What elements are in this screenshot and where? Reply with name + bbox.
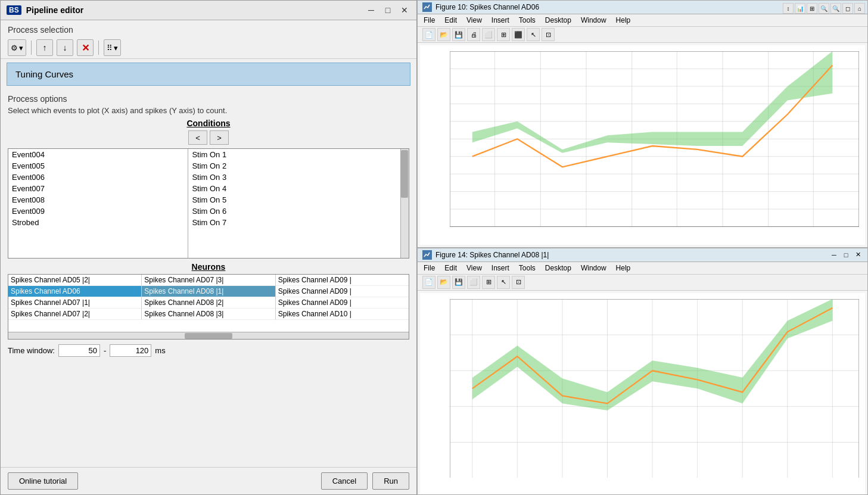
stim-list-item[interactable]: Stim On 3 — [188, 172, 400, 183]
gear-dropdown-button[interactable]: ⚙ ▾ — [8, 39, 26, 56]
event-list-item[interactable]: Event009 — [8, 206, 188, 217]
fig1-extra-btn5[interactable]: 🔍 — [830, 3, 841, 14]
figure-2-chart-svg: 0 20 40 60 80 100 Stim On 1 Stim On 2 St… — [450, 299, 859, 478]
fig2-print-btn[interactable]: ⬜ — [467, 276, 480, 289]
fig1-menu-insert[interactable]: Insert — [490, 15, 511, 25]
neuron-cell[interactable]: Spikes Channel AD08 |2| — [142, 297, 275, 309]
neuron-cell[interactable]: Spikes Channel AD09 | — [276, 297, 409, 309]
conditions-prev-button[interactable]: < — [188, 130, 207, 145]
process-description: Select which events to plot (X axis) and… — [1, 105, 416, 119]
neuron-cell[interactable]: Spikes Channel AD08 |3| — [142, 309, 275, 320]
gear-icon: ⚙ — [11, 43, 18, 52]
event-list-item[interactable]: Event007 — [8, 183, 188, 194]
fig1-menu-file[interactable]: File — [422, 15, 436, 25]
figure-2-icon — [422, 250, 432, 260]
delete-button[interactable]: ✕ — [77, 39, 94, 56]
fig2-menu-help[interactable]: Help — [615, 263, 632, 273]
fig1-extra-btn1[interactable]: ↕ — [783, 3, 794, 14]
fig1-extra-btn4[interactable]: 🔍 — [819, 3, 829, 14]
online-tutorial-button[interactable]: Online tutorial — [8, 472, 78, 490]
fig2-menu-window[interactable]: Window — [580, 263, 608, 273]
fig1-extra-btn6[interactable]: ◻ — [842, 3, 853, 14]
stim-list-item[interactable]: Stim On 1 — [188, 149, 400, 160]
neuron-cell[interactable]: Spikes Channel AD09 | — [276, 275, 409, 286]
fig1-save-btn[interactable]: 💾 — [452, 28, 465, 41]
fig1-menu-window[interactable]: Window — [580, 15, 608, 25]
fig1-extra-btn2[interactable]: 📊 — [795, 3, 805, 14]
fig1-print-btn[interactable]: 🖨 — [467, 28, 480, 41]
fig2-menu-desktop[interactable]: Desktop — [544, 263, 573, 273]
stim-list[interactable]: Stim On 1Stim On 2Stim On 3Stim On 4Stim… — [188, 149, 409, 258]
fig1-menu-tools[interactable]: Tools — [518, 15, 537, 25]
fig1-zoom-btn[interactable]: ⊡ — [542, 28, 555, 41]
fig2-zoom-btn[interactable]: ⊡ — [512, 276, 525, 289]
fig1-menu-desktop[interactable]: Desktop — [544, 15, 573, 25]
tree-dropdown-button[interactable]: ⠿ ▾ — [104, 39, 121, 56]
stim-list-item[interactable]: Stim On 6 — [188, 206, 400, 217]
fig2-arrow-btn[interactable]: ↖ — [497, 276, 510, 289]
fig1-btn7[interactable]: ⬛ — [512, 28, 525, 41]
toolbar-separator-2 — [98, 41, 99, 55]
fig2-menu-view[interactable]: View — [465, 263, 483, 273]
bs-logo: BS — [7, 5, 21, 15]
time-end-input[interactable] — [110, 344, 151, 357]
event-list-item[interactable]: Strobed — [8, 217, 188, 228]
neuron-cell[interactable]: Spikes Channel AD05 |2| — [8, 275, 142, 286]
neuron-cell[interactable]: Spikes Channel AD07 |1| — [8, 297, 142, 309]
fig1-menu-edit[interactable]: Edit — [443, 15, 458, 25]
stim-scrollbar[interactable] — [400, 149, 409, 258]
fig2-menu-insert[interactable]: Insert — [490, 263, 511, 273]
tuning-curves-item[interactable]: Tuning Curves — [7, 63, 410, 86]
neurons-scrollbar[interactable] — [8, 332, 409, 339]
move-up-button[interactable]: ↑ — [36, 39, 53, 56]
events-list[interactable]: Event004Event005Event006Event007Event008… — [8, 149, 188, 258]
neuron-cell[interactable]: Spikes Channel AD10 | — [276, 309, 409, 320]
minimize-button[interactable]: ─ — [365, 4, 377, 16]
maximize-button[interactable]: □ — [382, 4, 394, 16]
fig2-new-btn[interactable]: 📄 — [422, 276, 435, 289]
conditions-next-button[interactable]: > — [210, 130, 229, 145]
run-button[interactable]: Run — [372, 472, 409, 490]
figure-2-minimize[interactable]: ─ — [829, 250, 839, 260]
fig2-open-btn[interactable]: 📂 — [437, 276, 450, 289]
fig1-btn6[interactable]: ⊞ — [497, 28, 510, 41]
stim-list-item[interactable]: Stim On 2 — [188, 160, 400, 172]
neuron-cell[interactable]: Spikes Channel AD09 | — [276, 286, 409, 297]
neuron-cell[interactable]: Spikes Channel AD07 |3| — [142, 275, 275, 286]
figure-2-title: Figure 14: Spikes Channel AD08 |1| — [435, 251, 549, 259]
figure-2-close[interactable]: ✕ — [853, 250, 863, 260]
figure-2-maximize[interactable]: □ — [841, 250, 851, 260]
conditions-title: Conditions — [186, 119, 230, 128]
event-list-item[interactable]: Event004 — [8, 149, 188, 160]
event-list-item[interactable]: Event008 — [8, 194, 188, 206]
cancel-button[interactable]: Cancel — [321, 472, 368, 490]
stim-scrollbar-thumb[interactable] — [401, 150, 408, 198]
event-list-item[interactable]: Event005 — [8, 160, 188, 172]
event-list-item[interactable]: Event006 — [8, 172, 188, 183]
stim-list-item[interactable]: Stim On 5 — [188, 194, 400, 206]
figure-1-chart-area: 0 5 10 15 20 25 30 35 40 45 50 Stim On 1… — [420, 45, 865, 245]
time-window-label: Time window: — [8, 346, 55, 355]
fig1-new-btn[interactable]: 📄 — [422, 28, 435, 41]
neurons-scrollbar-thumb[interactable] — [185, 333, 232, 339]
fig1-extra-btn3[interactable]: ⊞ — [807, 3, 817, 14]
neuron-cell[interactable]: Spikes Channel AD07 |2| — [8, 309, 142, 320]
fig2-btn5[interactable]: ⊞ — [482, 276, 495, 289]
stim-list-item[interactable]: Stim On 4 — [188, 183, 400, 194]
fig1-arrow-btn[interactable]: ↖ — [527, 28, 540, 41]
neuron-cell[interactable]: Spikes Channel AD08 |1| — [142, 286, 275, 297]
move-down-button[interactable]: ↓ — [57, 39, 73, 56]
fig1-menu-view[interactable]: View — [465, 15, 483, 25]
fig1-open-btn[interactable]: 📂 — [437, 28, 450, 41]
fig2-menu-edit[interactable]: Edit — [443, 263, 458, 273]
fig1-menu-help[interactable]: Help — [615, 15, 632, 25]
fig1-btn5[interactable]: ⬜ — [482, 28, 495, 41]
time-start-input[interactable] — [58, 344, 100, 357]
stim-list-item[interactable]: Stim On 7 — [188, 217, 400, 228]
fig1-extra-btn7[interactable]: ⌂ — [854, 3, 865, 14]
window-close-button[interactable]: ✕ — [399, 4, 410, 16]
neuron-cell[interactable]: Spikes Channel AD06 — [8, 286, 142, 297]
fig2-menu-tools[interactable]: Tools — [518, 263, 537, 273]
fig2-save-btn[interactable]: 💾 — [452, 276, 465, 289]
fig2-menu-file[interactable]: File — [422, 263, 436, 273]
